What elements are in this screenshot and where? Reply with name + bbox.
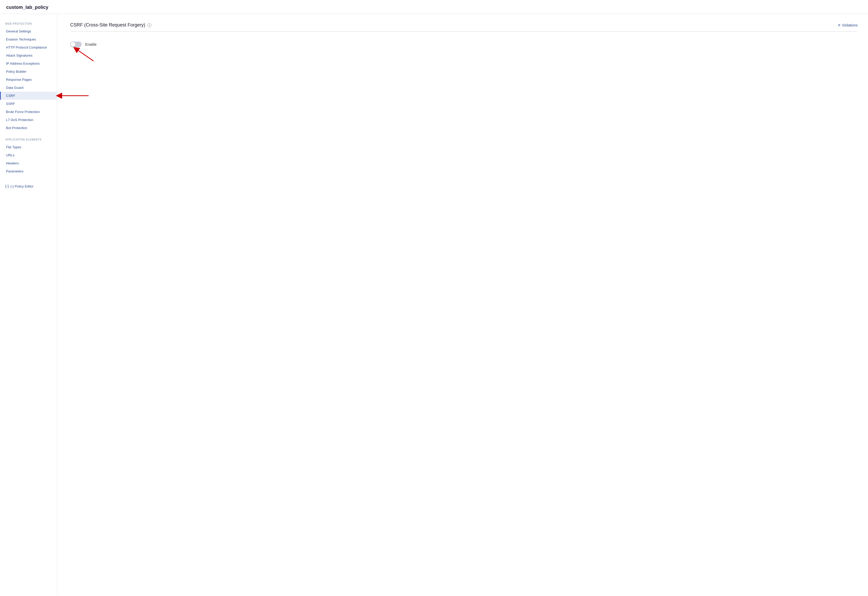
sidebar: WEB PROTECTION General SettingsEvasion T… (0, 14, 57, 596)
sidebar-item-file-types[interactable]: File Types (0, 143, 57, 151)
sidebar-item-general-settings[interactable]: General Settings (0, 27, 57, 35)
list-icon: ≡ (838, 23, 840, 28)
content-title: CSRF (Cross-Site Request Forgery) ℹ (70, 22, 152, 28)
sidebar-item-l7-dos-protection[interactable]: L7 DoS Protection (0, 116, 57, 124)
csrf-title-text: CSRF (Cross-Site Request Forgery) (70, 22, 145, 28)
toggle-label: Enable (85, 42, 97, 46)
toggle-thumb (71, 42, 75, 47)
info-icon[interactable]: ℹ (147, 23, 152, 27)
sidebar-item-bot-protection[interactable]: Bot Protection (0, 124, 57, 132)
policy-editor-link[interactable]: {-} {-} Policy Editor (0, 181, 57, 191)
sidebar-divider-2 (0, 175, 57, 180)
sidebar-web-items: General SettingsEvasion TechniquesHTTP P… (0, 27, 57, 132)
sidebar-item-policy-builder[interactable]: Policy Builder (0, 68, 57, 75)
sidebar-item-data-guard[interactable]: Data Guard (0, 84, 57, 91)
sidebar-item-headers[interactable]: Headers (0, 159, 57, 167)
sidebar-item-ssrf[interactable]: SSRF (0, 100, 57, 108)
sidebar-divider (0, 132, 57, 136)
application-elements-section-label: APPLICATION ELEMENTS (0, 138, 57, 143)
sidebar-item-parameters[interactable]: Parameters (0, 167, 57, 175)
sidebar-item-response-pages[interactable]: Response Pages (0, 75, 57, 84)
page-layout: WEB PROTECTION General SettingsEvasion T… (0, 14, 868, 596)
web-protection-section-label: WEB PROTECTION (0, 22, 57, 27)
toggle-row: Enable (70, 41, 97, 47)
policy-editor-label: {-} Policy Editor (10, 184, 34, 188)
sidebar-item-csrf[interactable]: CSRF (0, 91, 57, 100)
policy-editor-icon: {-} (5, 184, 9, 188)
sidebar-item-http-protocol-compliance[interactable]: HTTP Protocol Compliance (0, 43, 57, 52)
content-header: CSRF (Cross-Site Request Forgery) ℹ ≡ Vi… (70, 22, 858, 32)
sidebar-item-attack-signatures[interactable]: Attack Signatures (0, 52, 57, 59)
violations-label: Violations (842, 23, 858, 27)
page-header: custom_lab_policy (0, 0, 868, 14)
sidebar-app-items: File TypesURLsHeadersParameters (0, 143, 57, 175)
svg-line-1 (76, 49, 93, 61)
page-title: custom_lab_policy (6, 5, 48, 10)
sidebar-item-ip-address-exceptions[interactable]: IP Address Exceptions (0, 59, 57, 68)
violations-link[interactable]: ≡ Violations (838, 23, 858, 28)
sidebar-item-brute-force-protection[interactable]: Brute Force Protection (0, 108, 57, 116)
sidebar-item-urls[interactable]: URLs (0, 151, 57, 159)
enable-toggle[interactable] (70, 41, 81, 47)
sidebar-item-evasion-techniques[interactable]: Evasion Techniques (0, 35, 57, 43)
arrow-toggle-annotation (68, 47, 96, 62)
main-content: CSRF (Cross-Site Request Forgery) ℹ ≡ Vi… (57, 14, 868, 596)
toggle-area: Enable (70, 39, 97, 47)
